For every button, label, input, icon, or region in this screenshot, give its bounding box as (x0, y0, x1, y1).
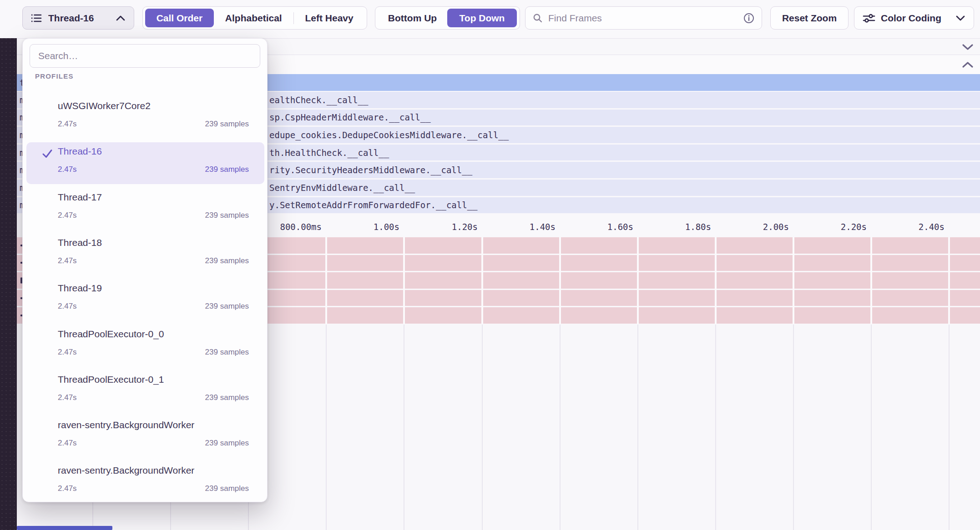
thread-samples: 239 samples (205, 302, 249, 311)
thread-list-item[interactable]: uWSGIWorker7Core2 2.47s 239 samples (26, 97, 264, 139)
thread-name: ThreadPoolExecutor-0_1 (58, 374, 164, 385)
gridline (403, 237, 405, 324)
sliders-icon (863, 13, 875, 23)
search-icon (533, 13, 543, 23)
frame-label: edupe_cookies.DedupeCookiesMiddleware.__… (269, 130, 509, 140)
frame-label: th.HealthCheck.__call__ (269, 148, 389, 158)
gridline (325, 237, 327, 324)
thread-duration: 2.47s (58, 120, 77, 129)
thread-duration: 2.47s (58, 256, 77, 265)
thread-name: Thread-18 (58, 237, 102, 248)
thread-duration: 2.47s (58, 348, 77, 357)
gridline (793, 237, 794, 324)
thread-duration: 2.47s (58, 484, 77, 493)
axis-tick-label: 2.20s (841, 217, 867, 236)
thread-list-item[interactable]: Thread-17 2.47s 239 samples (26, 188, 264, 230)
axis-tick-label: 1.00s (374, 217, 399, 236)
sort-alphabetical-button[interactable]: Alphabetical (214, 9, 293, 27)
gridline (404, 325, 404, 530)
axis-tick-label: 1.20s (452, 217, 478, 236)
gridline (715, 237, 717, 324)
thread-samples: 239 samples (205, 484, 249, 493)
chevron-down-icon[interactable] (962, 43, 974, 50)
thread-list-item[interactable]: ThreadPoolExecutor-0_1 2.47s 239 samples (26, 370, 264, 412)
info-icon[interactable] (743, 13, 754, 24)
thread-duration: 2.47s (58, 211, 77, 220)
chevron-down-icon (955, 15, 965, 21)
thread-name: Thread-19 (58, 283, 102, 294)
thread-list-item[interactable]: ThreadPoolExecutor-0_0 2.47s 239 samples (26, 325, 264, 367)
dropdown-search-box (30, 44, 260, 68)
thread-samples: 239 samples (205, 165, 249, 174)
gridline (326, 325, 327, 530)
frame-label: ealthCheck.__call__ (269, 95, 368, 105)
thread-list-item[interactable]: Thread-16 2.47s 239 samples (26, 142, 264, 184)
thread-samples: 239 samples (205, 211, 249, 220)
gridline (559, 237, 561, 324)
gridline (870, 237, 872, 324)
color-coding-button[interactable]: Color Coding (854, 6, 974, 30)
thread-selector-label: Thread-16 (48, 13, 109, 24)
direction-group: Bottom Up Top Down (375, 6, 520, 30)
thread-duration: 2.47s (58, 165, 77, 174)
frame-label: y.SetRemoteAddrFromForwardedFor.__call__ (269, 200, 478, 210)
gridline (715, 325, 716, 530)
thread-samples: 239 samples (205, 120, 249, 129)
color-coding-label: Color Coding (881, 13, 950, 24)
reset-zoom-button[interactable]: Reset Zoom (770, 6, 849, 30)
thread-name: Thread-16 (58, 146, 102, 157)
find-frames-box (525, 6, 762, 30)
gridline (481, 237, 483, 324)
gridline (871, 325, 872, 530)
thread-dropdown-panel: PROFILES uWSGIWorker7Core2 2.47s 239 sam… (22, 38, 268, 502)
bottom-flamegraph-bar[interactable] (17, 526, 112, 530)
axis-tick-label: 2.40s (919, 217, 945, 236)
axis-tick-label: 1.60s (607, 217, 633, 236)
dropdown-search-input[interactable] (30, 50, 260, 61)
axis-tick-label: 1.80s (685, 217, 711, 236)
thread-name: raven-sentry.BackgroundWorker (58, 465, 194, 476)
checkmark-icon (41, 148, 53, 160)
axis-tick-label: 2.00s (763, 217, 789, 236)
gridline (637, 325, 638, 530)
thread-samples: 239 samples (205, 256, 249, 265)
chevron-up-icon (116, 15, 126, 21)
thread-duration: 2.47s (58, 439, 77, 448)
top-down-button[interactable]: Top Down (447, 9, 517, 27)
gridline (948, 237, 950, 324)
profiler-app: t mealthCheck.__call__msp.CspHeaderMiddl… (0, 0, 980, 530)
sort-call-order-button[interactable]: Call Order (145, 9, 214, 27)
frame-label: SentryEnvMiddleware.__call__ (269, 183, 415, 193)
gridline (949, 325, 950, 530)
app-sidebar-edge (0, 0, 17, 530)
thread-list-item[interactable]: Thread-19 2.47s 239 samples (26, 279, 264, 321)
thread-name: raven-sentry.BackgroundWorker (58, 420, 194, 430)
axis-tick-label: 1.40s (530, 217, 556, 236)
gridline (637, 237, 639, 324)
thread-duration: 2.47s (58, 302, 77, 311)
thread-list-item[interactable]: raven-sentry.BackgroundWorker 2.47s 239 … (26, 416, 264, 458)
sort-mode-group: Call Order Alphabetical Left Heavy (142, 6, 367, 30)
thread-samples: 239 samples (205, 439, 249, 448)
thread-samples: 239 samples (205, 348, 249, 357)
profiles-section-label: PROFILES (35, 72, 74, 80)
frame-label: rity.SecurityHeadersMiddleware.__call__ (269, 165, 472, 175)
bottom-up-button[interactable]: Bottom Up (378, 9, 447, 27)
gridline (793, 325, 794, 530)
find-frames-input[interactable] (547, 12, 739, 24)
thread-selector-button[interactable]: Thread-16 (22, 6, 134, 30)
thread-name: ThreadPoolExecutor-0_0 (58, 329, 164, 340)
thread-duration: 2.47s (58, 393, 77, 402)
thread-name: Thread-17 (58, 192, 102, 203)
thread-list-item[interactable]: raven-sentry.BackgroundWorker 2.47s 239 … (26, 461, 264, 503)
axis-tick-label: 800.00ms (280, 217, 322, 236)
gridline (560, 325, 561, 530)
toolbar: Thread-16 Call Order Alphabetical Left H… (0, 0, 980, 38)
thread-samples: 239 samples (205, 393, 249, 402)
chevron-up-icon[interactable] (962, 61, 974, 69)
thread-list-item[interactable]: Thread-18 2.47s 239 samples (26, 234, 264, 275)
thread-name: uWSGIWorker7Core2 (58, 100, 151, 111)
list-icon (31, 14, 42, 23)
sort-left-heavy-button[interactable]: Left Heavy (294, 9, 364, 27)
frame-label: sp.CspHeaderMiddleware.__call__ (269, 112, 431, 122)
